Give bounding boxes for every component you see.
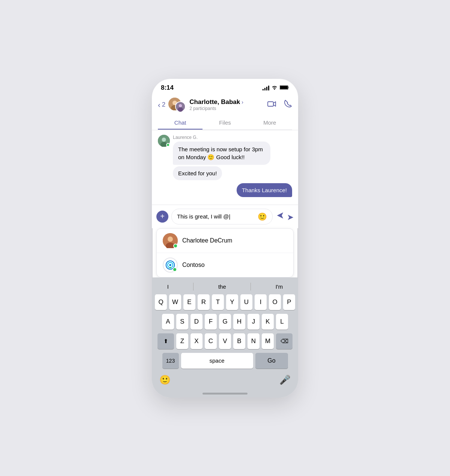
keyboard-emoji-row: 🙂 🎤	[153, 372, 297, 390]
input-area: + This is great, I will @| 🙂 ➤	[152, 205, 298, 228]
participant-count: 2 participants	[189, 106, 243, 111]
shift-key[interactable]: ⬆	[158, 333, 174, 349]
key-l[interactable]: L	[276, 314, 288, 330]
home-indicator	[202, 393, 248, 395]
message-input[interactable]: This is great, I will @|	[177, 213, 231, 220]
back-button[interactable]: ‹ 2	[158, 101, 165, 108]
chat-name: Charlotte, Babak	[189, 98, 240, 106]
keyboard-row-3: ⬆ Z X C V B N M ⌫	[153, 333, 297, 349]
space-key[interactable]: space	[181, 353, 253, 369]
laurence-avatar	[158, 135, 170, 147]
go-key[interactable]: Go	[255, 353, 288, 369]
keyboard: I the I'm Q W E R T Y U I O P A S D F G …	[152, 277, 298, 398]
online-indicator	[166, 143, 170, 147]
key-g[interactable]: G	[219, 314, 231, 330]
signal-icon	[262, 85, 269, 90]
key-s[interactable]: S	[176, 314, 188, 330]
message-bubble-1: The meeting is now setup for 3pm on Mond…	[173, 142, 270, 165]
key-q[interactable]: Q	[155, 294, 167, 310]
key-r[interactable]: R	[198, 294, 210, 310]
tab-files[interactable]: Files	[202, 116, 247, 130]
back-chevron-icon: ‹	[158, 101, 160, 108]
mention-dropdown: Charlotee DeCrum Contoso	[156, 228, 294, 277]
message-group-laurence: Laurence G. The meeting is now setup for…	[158, 135, 292, 180]
svg-point-15	[168, 236, 173, 242]
key-d[interactable]: D	[190, 314, 202, 330]
key-u[interactable]: U	[240, 294, 252, 310]
message-input-wrap: This is great, I will @| 🙂	[171, 209, 273, 224]
tab-more[interactable]: More	[248, 116, 292, 130]
key-i[interactable]: I	[255, 294, 267, 310]
video-call-button[interactable]	[267, 100, 276, 110]
message-bubble-2: Excited for you!	[173, 166, 222, 180]
suggestion-i[interactable]: I	[164, 282, 172, 291]
key-h[interactable]: H	[233, 314, 245, 330]
key-z[interactable]: Z	[176, 333, 188, 349]
suggestion-im[interactable]: I'm	[273, 282, 286, 291]
svg-point-8	[178, 107, 183, 111]
send-button[interactable]: ➤	[276, 211, 294, 222]
phone-call-button[interactable]	[284, 99, 292, 110]
key-v[interactable]: V	[219, 333, 231, 349]
key-j[interactable]: J	[248, 314, 260, 330]
key-x[interactable]: X	[190, 333, 202, 349]
sender-name: Laurence G.	[173, 135, 292, 140]
key-t[interactable]: T	[212, 294, 224, 310]
name-chevron-icon: ›	[242, 99, 243, 105]
tab-chat[interactable]: Chat	[158, 116, 202, 130]
svg-rect-2	[288, 87, 289, 88]
microphone-icon[interactable]: 🎤	[279, 375, 291, 385]
numbers-key[interactable]: 123	[162, 353, 179, 369]
header-info: Charlotte, Babak › 2 participants	[189, 98, 243, 111]
chat-header: ‹ 2	[152, 95, 298, 130]
key-y[interactable]: Y	[226, 294, 238, 310]
svg-point-11	[162, 137, 166, 142]
contoso-online-dot	[172, 267, 177, 272]
own-message-bubble: Thanks Laurence!	[237, 183, 292, 197]
svg-point-19	[169, 264, 171, 266]
svg-point-20	[170, 267, 171, 268]
status-icons	[262, 84, 289, 91]
mention-item-contoso[interactable]: Contoso	[157, 253, 293, 277]
charlotee-name: Charlotee DeCrum	[182, 237, 232, 244]
wifi-icon	[272, 84, 278, 91]
key-o[interactable]: O	[269, 294, 281, 310]
keyboard-row-2: A S D F G H J K L	[153, 314, 297, 330]
own-message-row: Thanks Laurence!	[158, 183, 292, 197]
svg-marker-13	[277, 212, 283, 218]
header-top: ‹ 2	[158, 98, 292, 116]
key-w[interactable]: W	[169, 294, 181, 310]
header-actions	[267, 99, 292, 110]
status-time: 8:14	[161, 84, 174, 92]
avatar-secondary	[175, 101, 186, 112]
contoso-avatar	[163, 258, 178, 273]
emoji-picker-icon[interactable]: 🙂	[159, 375, 171, 385]
key-m[interactable]: M	[262, 333, 274, 349]
key-k[interactable]: K	[262, 314, 274, 330]
suggestion-the[interactable]: the	[215, 282, 229, 291]
svg-rect-1	[280, 86, 288, 89]
phone-frame: 8:14 ‹ 2	[152, 79, 298, 398]
key-p[interactable]: P	[283, 294, 295, 310]
emoji-button[interactable]: 🙂	[258, 212, 267, 221]
key-a[interactable]: A	[162, 314, 174, 330]
svg-point-7	[179, 104, 182, 107]
key-c[interactable]: C	[205, 333, 217, 349]
key-f[interactable]: F	[205, 314, 217, 330]
keyboard-bottom-row: 123 space Go	[153, 353, 297, 369]
add-attachment-button[interactable]: +	[156, 211, 168, 223]
charlotee-avatar	[163, 233, 178, 248]
tabs: Chat Files More	[158, 116, 292, 130]
avatar-group	[168, 98, 183, 112]
keyboard-row-1: Q W E R T Y U I O P	[153, 294, 297, 310]
backspace-key[interactable]: ⌫	[276, 333, 292, 349]
contoso-name: Contoso	[182, 262, 205, 268]
laurence-messages: Laurence G. The meeting is now setup for…	[173, 135, 292, 180]
key-e[interactable]: E	[183, 294, 195, 310]
mention-item-charlotee[interactable]: Charlotee DeCrum	[157, 229, 293, 253]
key-n[interactable]: N	[248, 333, 260, 349]
charlotee-online-dot	[173, 244, 178, 248]
back-count: 2	[162, 101, 165, 108]
key-b[interactable]: B	[233, 333, 245, 349]
keyboard-suggestions: I the I'm	[153, 280, 297, 294]
